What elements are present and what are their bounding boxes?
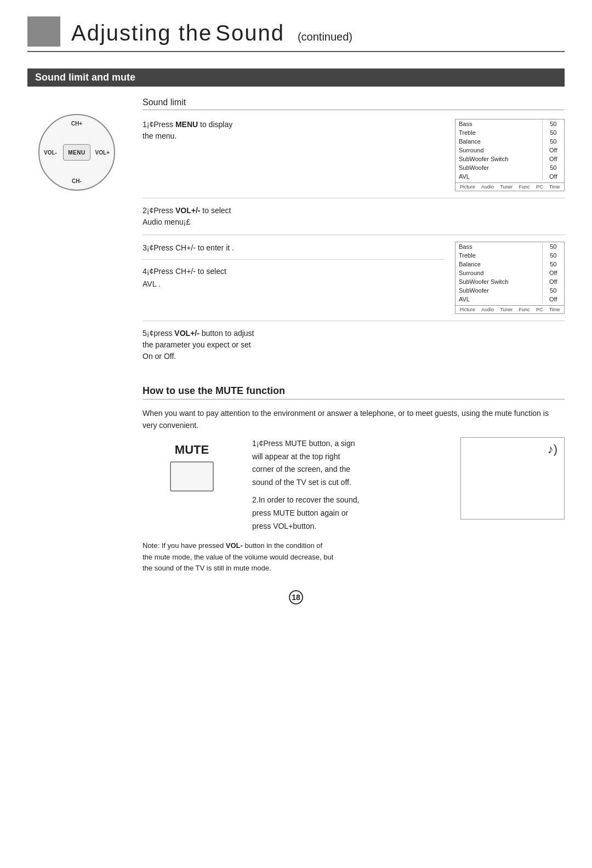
step3-suffix: to enter it .	[196, 243, 234, 252]
steps-34-text: 3¡¢Press CH+/- to enter it . 4¡¢Press CH…	[143, 242, 444, 292]
mute-content-row: MUTE 1¡¢Press MUTE button, a signwill ap…	[143, 437, 449, 533]
mute-intro: When you want to pay attention to the en…	[143, 407, 565, 432]
mute-step1-num: 1¡¢Press	[252, 439, 285, 448]
step-5-text: 5¡¢press VOL+/- button to adjustthe para…	[143, 328, 565, 362]
main-content: CH+ CH- VOL- VOL+ MENU Sound limit 1¡¢Pr…	[27, 98, 565, 574]
menu-screenshot-2: Bass50Treble50Balance50SurroundOffSubWoo…	[455, 242, 565, 314]
mute-step2-bold2: VOL+	[273, 522, 293, 530]
mute-step1-bold: MUTE	[285, 439, 307, 448]
left-panel: CH+ CH- VOL- VOL+ MENU	[27, 98, 126, 574]
step1-num: 1¡¢Press	[143, 120, 175, 129]
page-header: Adjusting the Sound (continued)	[27, 16, 565, 52]
mute-button-visual	[170, 461, 214, 492]
nav2-time: Time	[549, 307, 560, 312]
mute-right-content: 1¡¢Press MUTE button, a signwill appear …	[252, 437, 449, 533]
mute-section-title: How to use the MUTE function	[143, 385, 565, 399]
step3-bold: CH+/-	[175, 243, 196, 252]
step-34-row: 3¡¢Press CH+/- to enter it . 4¡¢Press CH…	[143, 242, 565, 321]
nav-audio: Audio	[481, 184, 494, 190]
nav2-audio: Audio	[481, 307, 494, 312]
mute-section: How to use the MUTE function When you wa…	[143, 385, 565, 574]
remote-control: CH+ CH- VOL- VOL+ MENU	[38, 114, 115, 191]
nav-func: Func	[519, 184, 530, 190]
ch-minus-label: CH-	[72, 178, 82, 184]
mute-step1: 1¡¢Press MUTE button, a signwill appear …	[252, 437, 449, 489]
ch-plus-label: CH+	[71, 121, 82, 127]
mute-screen-preview: ♪)	[460, 437, 565, 519]
nav-tuner: Tuner	[500, 184, 513, 190]
section-bar: Sound limit and mute	[27, 68, 565, 87]
vol-minus-label: VOL-	[44, 150, 57, 156]
menu-table-2: Bass50Treble50Balance50SurroundOffSubWoo…	[456, 242, 564, 304]
nav2-picture: Picture	[460, 307, 475, 312]
step-4-group: 4¡¢Press CH+/- to selectAVL .	[143, 265, 444, 290]
mute-screen-icon: ♪)	[548, 442, 557, 456]
step-5-row: 5¡¢press VOL+/- button to adjustthe para…	[143, 328, 565, 369]
mute-label: MUTE	[175, 443, 209, 457]
menu-screenshot-1: Bass50Treble50Balance50SurroundOffSubWoo…	[455, 119, 565, 191]
nav-picture: Picture	[460, 184, 475, 190]
step2-bold: VOL+/-	[175, 206, 201, 215]
note-text: Note: If you have pressed VOL- button in…	[143, 540, 565, 573]
header-title-prefix: Adjusting the	[71, 21, 212, 45]
step-1-text: 1¡¢Press MENU to displaythe menu.	[143, 119, 444, 142]
step5-num: 5¡¢press	[143, 329, 174, 338]
nav-time: Time	[549, 184, 560, 190]
menu-button[interactable]: MENU	[63, 144, 90, 161]
mute-intro-text: When you want to pay attention to the en…	[143, 409, 549, 430]
vol-plus-label: VOL+	[95, 150, 110, 156]
header-title-sound: Sound	[215, 21, 284, 45]
nav-pc: PC	[536, 184, 543, 190]
mute-left-panel: MUTE	[143, 437, 241, 533]
mute-step2: 2.In order to recover the sound,press MU…	[252, 494, 449, 533]
mute-steps-text: 1¡¢Press MUTE button, a signwill appear …	[252, 437, 449, 533]
right-panel: Sound limit 1¡¢Press MENU to displaythe …	[143, 98, 565, 574]
mute-step2-bold: MUTE	[273, 509, 295, 517]
step4-bold: CH+/-	[175, 267, 196, 276]
step5-bold: VOL+/-	[174, 329, 200, 338]
header-gray-box	[27, 16, 60, 47]
step-1-row: 1¡¢Press MENU to displaythe menu. Bass50…	[143, 119, 565, 198]
step-2-row: 2¡¢Press VOL+/- to selectAudio menu¡£	[143, 205, 565, 235]
step3-num: 3¡¢Press	[143, 243, 175, 252]
menu-nav-bar-2: Picture Audio Tuner Func PC Time	[456, 305, 564, 313]
mute-steps-layout: MUTE 1¡¢Press MUTE button, a signwill ap…	[143, 437, 565, 533]
step2-num: 2¡¢Press	[143, 206, 175, 215]
page-number-circle: 18	[289, 590, 303, 604]
step-3-group: 3¡¢Press CH+/- to enter it .	[143, 242, 444, 260]
nav2-func: Func	[519, 307, 530, 312]
header-title-continued: (continued)	[298, 31, 352, 43]
nav2-tuner: Tuner	[500, 307, 513, 312]
mute-step2-end: button.	[293, 522, 316, 530]
step1-bold: MENU	[175, 120, 198, 129]
menu-nav-bar-1: Picture Audio Tuner Func PC Time	[456, 182, 564, 191]
page-number-area: 18	[27, 590, 565, 604]
nav2-pc: PC	[536, 307, 543, 312]
menu-table-1: Bass50Treble50Balance50SurroundOffSubWoo…	[456, 119, 564, 181]
step-2-text: 2¡¢Press VOL+/- to selectAudio menu¡£	[143, 205, 565, 228]
note-bold: VOL-	[226, 541, 243, 550]
step4-num: 4¡¢Press	[143, 267, 175, 276]
sound-limit-title: Sound limit	[143, 98, 565, 110]
note-pre: Note: If you have pressed	[143, 541, 226, 550]
